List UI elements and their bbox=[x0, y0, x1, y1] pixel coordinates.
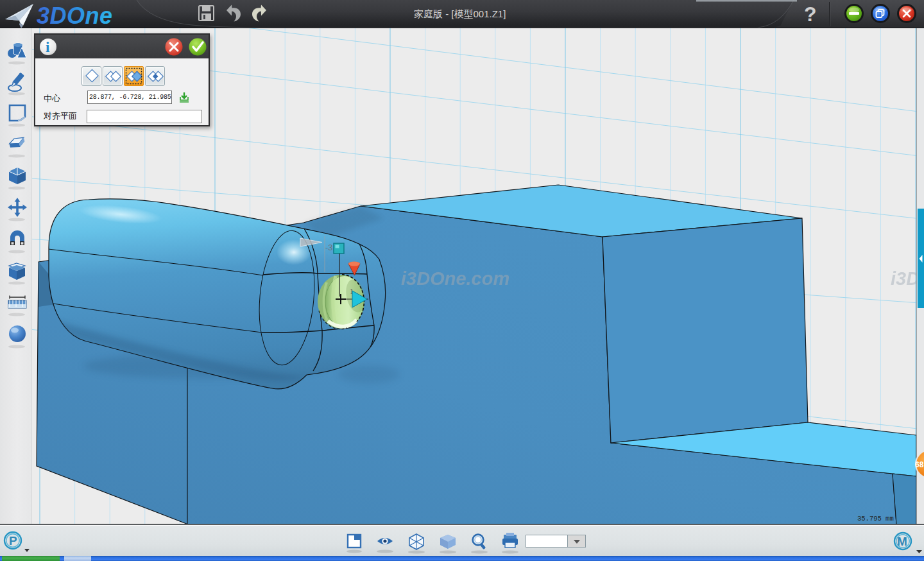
svg-text:-3: -3 bbox=[325, 243, 333, 252]
svg-text:i3DOne.com: i3DOne.com bbox=[401, 268, 509, 289]
svg-text:P: P bbox=[9, 534, 17, 548]
svg-text:68: 68 bbox=[915, 460, 924, 469]
svg-text:M: M bbox=[897, 535, 907, 548]
svg-text:35.795 mm: 35.795 mm bbox=[857, 515, 894, 522]
svg-text:i3DOne.com: i3DOne.com bbox=[891, 268, 916, 289]
svg-text:家庭版 - [模型001.Z1]: 家庭版 - [模型001.Z1] bbox=[414, 8, 506, 19]
svg-text:?: ? bbox=[804, 3, 817, 26]
svg-text:3DOne: 3DOne bbox=[37, 3, 113, 28]
svg-text:i: i bbox=[46, 39, 50, 55]
